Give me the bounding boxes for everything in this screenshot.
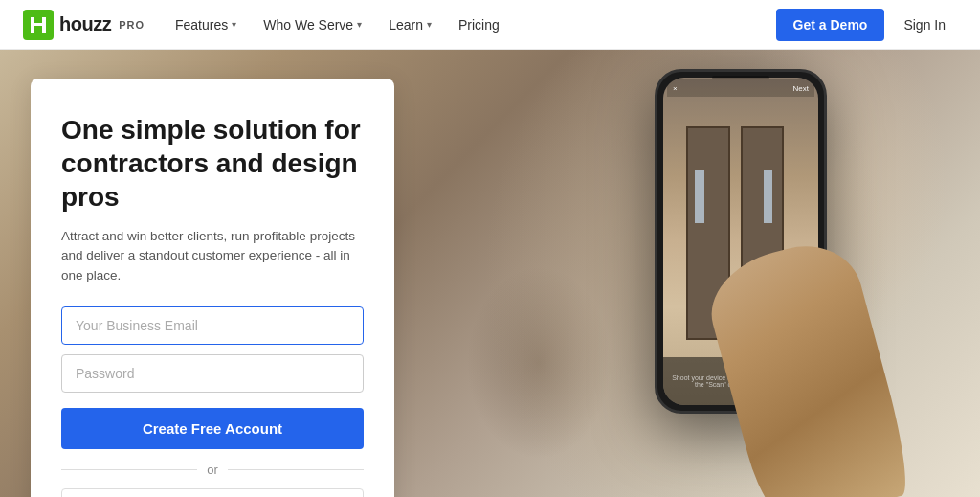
hero-heading: One simple solution for contractors and … [61,113,364,214]
logo[interactable]: houzz PRO [23,10,145,40]
divider: or [61,463,364,477]
create-account-button[interactable]: Create Free Account [61,408,364,449]
chevron-down-icon: ▾ [232,19,236,30]
sign-in-button[interactable]: Sign In [892,9,957,41]
hand-shape [699,233,916,497]
divider-label: or [207,463,218,477]
email-field-group [61,306,364,345]
phone-window-left [695,170,704,223]
nav-features[interactable]: Features ▾ [164,10,248,40]
get-demo-button[interactable]: Get a Demo [776,9,885,41]
email-input[interactable] [61,306,364,345]
phone-notch [712,76,769,79]
nav-actions: Get a Demo Sign In [776,9,957,41]
hero-subtext: Attract and win better clients, run prof… [61,227,364,285]
houzz-logo-icon [23,10,54,40]
hand-visual [693,229,903,497]
navbar: houzz PRO Features ▾ Who We Serve ▾ Lear… [0,0,980,50]
divider-line-left [61,469,197,470]
chevron-down-icon: ▾ [427,19,432,30]
divider-line-right [228,469,364,470]
nav-links: Features ▾ Who We Serve ▾ Learn ▾ Pricin… [164,10,776,40]
hero-section: × Next Shoot your device at a door/windo… [0,50,980,497]
password-input[interactable] [61,354,364,393]
logo-wordmark: houzz [59,13,111,35]
chevron-down-icon: ▾ [357,19,362,30]
password-field-group [61,354,364,393]
nav-who-we-serve[interactable]: Who We Serve ▾ [252,10,373,40]
logo-pro-badge: PRO [119,19,145,31]
signup-card: One simple solution for contractors and … [31,79,394,497]
google-signin-button[interactable]: Continue with Google [61,488,364,497]
nav-learn[interactable]: Learn ▾ [377,10,443,40]
phone-window-right [764,170,773,223]
nav-pricing[interactable]: Pricing [447,10,511,40]
